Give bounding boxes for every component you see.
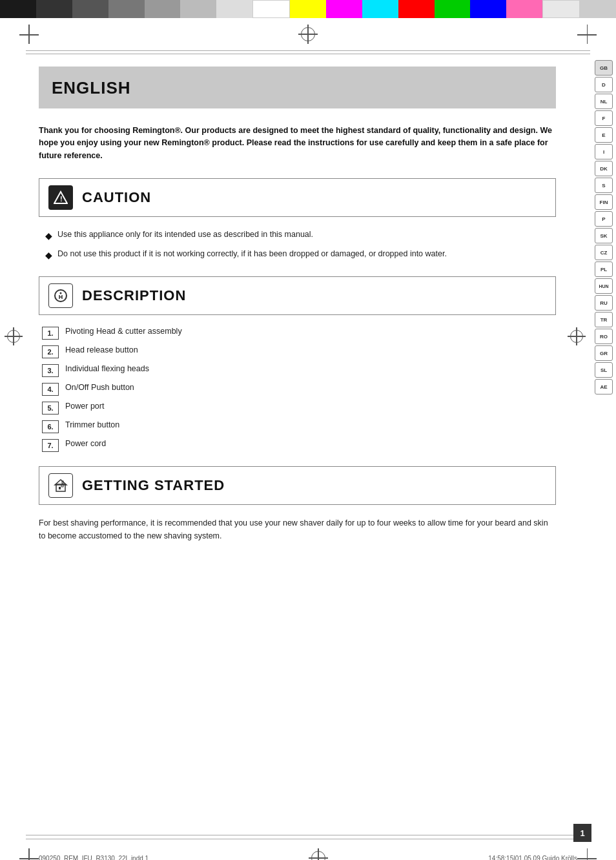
description-box: DESCRIPTION [39,276,556,315]
svg-rect-10 [61,485,63,487]
main-content: ENGLISH Thank you for choosing Remington… [0,57,591,832]
svg-point-2 [55,290,67,302]
desc-num-1: 1. [42,327,59,340]
caution-list: ◆ Use this appliance only for its intend… [45,229,556,262]
desc-item-6: 6. Trimmer button [42,420,556,433]
lang-sl[interactable]: SL [595,362,613,378]
lang-pl[interactable]: PL [595,261,613,277]
lang-d[interactable]: D [595,77,613,92]
desc-num-5: 5. [42,402,59,415]
lang-p[interactable]: P [595,211,613,227]
caution-box: ! CAUTION [39,178,556,217]
svg-rect-9 [59,487,61,489]
footer-right: 14:58:15|01.05.09 Guido Krölls [488,855,577,861]
page-language-title: ENGLISH [52,78,543,98]
right-margin-mark [568,328,585,345]
left-margin-mark [5,328,22,345]
getting-started-icon [48,473,73,498]
lang-ro[interactable]: RO [595,329,613,344]
top-registration-mark [299,25,317,43]
lang-gb[interactable]: GB [595,60,613,76]
getting-started-text: For best shaving performance, it is reco… [39,517,556,542]
svg-point-3 [60,292,62,294]
lang-gr[interactable]: GR [595,345,613,361]
getting-started-box: GETTING STARTED [39,466,556,505]
lang-ru[interactable]: RU [595,295,613,311]
page-number: 1 [573,824,591,842]
desc-num-7: 7. [42,439,59,452]
lang-fin[interactable]: FIN [595,194,613,210]
language-sidebar: GB D NL F E I DK S FIN P SK CZ PL HUN RU… [591,57,616,394]
description-icon [48,283,73,308]
caution-item-2: ◆ Do not use this product if it is not w… [45,248,556,262]
lang-nl[interactable]: NL [595,94,613,109]
lang-ae[interactable]: AE [595,379,613,394]
desc-num-2: 2. [42,345,59,358]
getting-started-title: GETTING STARTED [82,477,225,494]
lang-dk[interactable]: DK [595,161,613,176]
desc-num-6: 6. [42,420,59,433]
lang-sk[interactable]: SK [595,228,613,243]
desc-num-3: 3. [42,364,59,377]
desc-num-4: 4. [42,383,59,396]
bottom-registration-mark [309,849,327,860]
desc-item-4: 4. On/Off Push button [42,383,556,396]
desc-item-7: 7. Power cord [42,439,556,452]
bullet-diamond-2: ◆ [45,249,52,262]
caution-icon: ! [48,185,73,210]
english-header: ENGLISH [39,67,556,108]
desc-item-3: 3. Individual flexing heads [42,364,556,377]
svg-text:!: ! [60,195,63,203]
caution-item-1: ◆ Use this appliance only for its intend… [45,229,556,243]
desc-item-1: 1. Pivoting Head & cutter assembly [42,327,556,340]
lang-cz[interactable]: CZ [595,245,613,260]
lang-i[interactable]: I [595,144,613,159]
desc-item-5: 5. Power port [42,402,556,415]
lang-f[interactable]: F [595,110,613,126]
color-bar [0,0,616,18]
lang-s[interactable]: S [595,178,613,193]
intro-text: Thank you for choosing Remington®. Our p… [39,125,556,162]
lang-e[interactable]: E [595,127,613,143]
desc-item-2: 2. Head release button [42,345,556,358]
lang-tr[interactable]: TR [595,312,613,327]
description-list: 1. Pivoting Head & cutter assembly 2. He… [42,327,556,452]
caution-title: CAUTION [82,189,151,206]
bullet-diamond-1: ◆ [45,229,52,243]
lang-hun[interactable]: HUN [595,278,613,294]
footer-left: 090250_REM_IFU_R3130_22L.indd 1 [39,855,149,861]
page-wrapper: ENGLISH Thank you for choosing Remington… [0,57,616,832]
description-title: DESCRIPTION [82,287,186,304]
